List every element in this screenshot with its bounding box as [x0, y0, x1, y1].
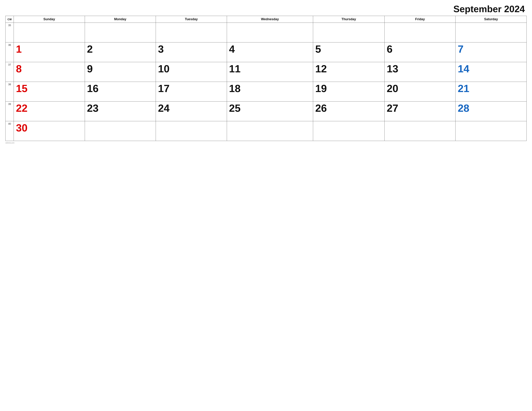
- day-number: 24: [158, 102, 170, 114]
- day-cell[interactable]: 7: [456, 42, 527, 62]
- day-cell[interactable]: [456, 23, 527, 42]
- cw-cell: 39: [6, 102, 14, 121]
- day-number: 5: [315, 43, 321, 55]
- day-number: 28: [458, 102, 469, 114]
- calendar-container: September 2024 CW Sunday Monday Tuesday …: [5, 4, 527, 143]
- day-number: 17: [158, 83, 170, 94]
- day-cell[interactable]: 1: [14, 42, 85, 62]
- calendar-week-row: 37891011121314: [6, 62, 527, 82]
- day-cell[interactable]: [85, 23, 156, 42]
- calendar-table: CW Sunday Monday Tuesday Wednesday Thurs…: [5, 16, 527, 141]
- day-cell[interactable]: [85, 121, 156, 141]
- day-cell[interactable]: [384, 121, 456, 141]
- cw-header: CW: [6, 16, 14, 23]
- cw-cell: 37: [6, 62, 14, 82]
- day-cell[interactable]: 6: [384, 42, 456, 62]
- day-cell[interactable]: [156, 23, 227, 42]
- day-cell[interactable]: 11: [227, 62, 313, 82]
- day-cell[interactable]: 27: [384, 102, 456, 121]
- day-cell[interactable]: 13: [384, 62, 456, 82]
- day-cell[interactable]: 24: [156, 102, 227, 121]
- day-number: 16: [87, 83, 99, 94]
- day-cell[interactable]: 19: [313, 82, 385, 102]
- day-cell[interactable]: 10: [156, 62, 227, 82]
- day-cell[interactable]: 3: [156, 42, 227, 62]
- watermark: calomio.com: [5, 142, 527, 143]
- day-cell[interactable]: 15: [14, 82, 85, 102]
- day-cell[interactable]: [384, 23, 456, 42]
- day-cell[interactable]: [313, 23, 385, 42]
- header-saturday: Saturday: [456, 16, 527, 23]
- day-cell[interactable]: [156, 121, 227, 141]
- day-cell[interactable]: [14, 23, 85, 42]
- day-number: 18: [229, 83, 241, 94]
- calendar-week-row: 35: [6, 23, 527, 42]
- day-cell[interactable]: [313, 121, 385, 141]
- day-number: 7: [458, 43, 463, 55]
- header-row: CW Sunday Monday Tuesday Wednesday Thurs…: [6, 16, 527, 23]
- day-cell[interactable]: 22: [14, 102, 85, 121]
- day-number: 9: [87, 63, 93, 75]
- day-number: 14: [458, 63, 469, 75]
- day-cell[interactable]: 12: [313, 62, 385, 82]
- day-cell[interactable]: 8: [14, 62, 85, 82]
- day-number: 13: [387, 63, 398, 75]
- calendar-week-row: 4030: [6, 121, 527, 141]
- day-cell[interactable]: 20: [384, 82, 456, 102]
- day-number: 12: [315, 63, 327, 75]
- day-cell[interactable]: 2: [85, 42, 156, 62]
- calendar-week-row: 361234567: [6, 42, 527, 62]
- cw-cell: 38: [6, 82, 14, 102]
- day-cell[interactable]: 18: [227, 82, 313, 102]
- day-number: 4: [229, 43, 235, 55]
- day-cell[interactable]: 25: [227, 102, 313, 121]
- calendar-week-row: 3922232425262728: [6, 102, 527, 121]
- cw-cell: 35: [6, 23, 14, 42]
- day-cell[interactable]: [227, 121, 313, 141]
- day-cell[interactable]: 16: [85, 82, 156, 102]
- day-cell[interactable]: [227, 23, 313, 42]
- day-cell[interactable]: 17: [156, 82, 227, 102]
- day-cell[interactable]: 14: [456, 62, 527, 82]
- header-wednesday: Wednesday: [227, 16, 313, 23]
- day-number: 26: [315, 102, 327, 114]
- day-cell[interactable]: 4: [227, 42, 313, 62]
- calendar-week-row: 3815161718192021: [6, 82, 527, 102]
- day-number: 22: [16, 102, 28, 114]
- day-number: 2: [87, 43, 93, 55]
- calendar-title: September 2024: [5, 4, 527, 14]
- header-sunday: Sunday: [14, 16, 85, 23]
- day-cell[interactable]: 30: [14, 121, 85, 141]
- day-number: 27: [387, 102, 398, 114]
- day-number: 10: [158, 63, 170, 75]
- day-cell[interactable]: 5: [313, 42, 385, 62]
- day-number: 23: [87, 102, 99, 114]
- day-number: 8: [16, 63, 22, 75]
- day-cell[interactable]: 28: [456, 102, 527, 121]
- day-number: 6: [387, 43, 392, 55]
- day-cell[interactable]: 26: [313, 102, 385, 121]
- cw-cell: 40: [6, 121, 14, 141]
- day-number: 15: [16, 83, 28, 94]
- day-cell[interactable]: 9: [85, 62, 156, 82]
- day-number: 1: [16, 43, 22, 55]
- day-cell[interactable]: 23: [85, 102, 156, 121]
- cw-cell: 36: [6, 42, 14, 62]
- header-monday: Monday: [85, 16, 156, 23]
- day-number: 3: [158, 43, 164, 55]
- header-tuesday: Tuesday: [156, 16, 227, 23]
- header-thursday: Thursday: [313, 16, 385, 23]
- day-number: 30: [16, 122, 28, 134]
- header-friday: Friday: [384, 16, 456, 23]
- day-number: 20: [387, 83, 398, 94]
- day-number: 21: [458, 83, 469, 94]
- day-cell[interactable]: [456, 121, 527, 141]
- day-cell[interactable]: 21: [456, 82, 527, 102]
- day-number: 11: [229, 63, 241, 75]
- day-number: 25: [229, 102, 241, 114]
- day-number: 19: [315, 83, 327, 94]
